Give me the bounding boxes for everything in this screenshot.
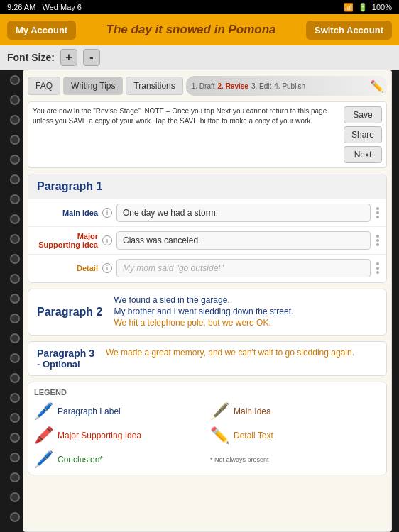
legend-item-major-supporting: 🖍️ Major Supporting Idea xyxy=(34,426,204,445)
next-button[interactable]: Next xyxy=(344,146,382,163)
step-3-edit: 3. Edit xyxy=(251,82,271,90)
pencil-progress-icon: ✏️ xyxy=(370,79,384,93)
legend-detail-text: Detail Text xyxy=(234,431,273,440)
detail-label: Detail xyxy=(34,264,98,272)
notice-buttons: Save Share Next xyxy=(344,106,382,163)
spiral-ring xyxy=(10,95,20,105)
paragraph-2-header: Paragraph 2 xyxy=(37,306,102,318)
detail-row: Detail i My mom said "go outside!" xyxy=(28,255,386,282)
my-account-button[interactable]: My Account xyxy=(7,21,76,40)
legend-orange-pencil-icon: ✏️ xyxy=(210,426,229,445)
step-1-draft: 1. Draft xyxy=(192,82,215,90)
paragraph-3-header: Paragraph 3 xyxy=(37,348,94,359)
spiral-ring xyxy=(10,155,20,165)
spiral-ring xyxy=(10,174,20,184)
spiral-binding xyxy=(7,70,23,532)
progress-bar: 1. Draft 2. Revise 3. Edit 4. Publish ✏️ xyxy=(186,76,387,96)
legend-item-paragraph-label: 🖊️ Paragraph Label xyxy=(34,402,204,421)
notice-text: You are now in the "Revise Stage". NOTE … xyxy=(33,106,338,126)
main-idea-info-icon[interactable]: i xyxy=(102,208,112,218)
paragraph-2-line-3: We hit a telephone pole, but we were OK. xyxy=(114,318,293,328)
switch-account-button[interactable]: Switch Account xyxy=(306,21,392,40)
legend-green-pencil-icon: 🖊️ xyxy=(34,450,53,469)
paragraph-3-line-1: We made a great memory, and we can't wai… xyxy=(106,348,354,358)
spiral-ring xyxy=(10,512,20,522)
legend-note-item: * Not always present xyxy=(210,450,381,469)
spiral-ring xyxy=(10,314,20,323)
paragraph-1-section: Paragraph 1 Main Idea i One day we had a… xyxy=(28,174,387,283)
paragraph-3-subheader: - Optional xyxy=(37,359,94,370)
legend-main-idea-text: Main Idea xyxy=(234,406,271,416)
legend-blue-pencil-icon: 🖊️ xyxy=(34,402,53,421)
paragraph-3-section: Paragraph 3 - Optional We made a great m… xyxy=(28,341,387,376)
spiral-ring xyxy=(10,254,20,264)
nav-bar: My Account The day it snowed in Pomona S… xyxy=(0,14,399,45)
paragraph-2-section: Paragraph 2 We found a sled in the garag… xyxy=(28,289,387,336)
tab-transitions[interactable]: Transitions xyxy=(126,77,182,95)
spiral-ring xyxy=(10,472,20,482)
spiral-ring xyxy=(10,453,20,462)
legend-section: LEGEND 🖊️ Paragraph Label 🖊️ Main Idea 🖍… xyxy=(28,382,387,475)
spiral-ring xyxy=(10,194,20,204)
legend-item-conclusion: 🖊️ Conclusion* xyxy=(34,450,204,469)
legend-item-detail-text: ✏️ Detail Text xyxy=(210,426,381,445)
paragraph-3-content: We made a great memory, and we can't wai… xyxy=(106,348,354,359)
legend-conclusion-text: Conclusion* xyxy=(58,455,103,465)
major-supporting-info-icon[interactable]: i xyxy=(102,235,112,245)
paragraph-2-line-1: We found a sled in the garage. xyxy=(114,295,293,305)
notice-box: You are now in the "Revise Stage". NOTE … xyxy=(28,101,387,168)
legend-red-pencil-icon: 🖍️ xyxy=(34,426,53,445)
status-bar: 9:26 AM Wed May 6 📶 🔋 100% xyxy=(0,0,399,14)
spiral-ring xyxy=(10,373,20,383)
font-size-label: Font Size: xyxy=(7,52,55,63)
main-idea-scroll xyxy=(375,207,381,218)
major-supporting-label: Major Supporting Idea xyxy=(34,232,98,249)
major-supporting-scroll xyxy=(375,235,381,246)
major-supporting-input[interactable]: Class was canceled. xyxy=(116,231,371,250)
spiral-ring xyxy=(10,115,20,125)
battery-level: 100% xyxy=(372,3,392,11)
spiral-ring xyxy=(10,135,20,145)
spiral-ring xyxy=(10,433,20,443)
legend-note-text: * Not always present xyxy=(210,456,269,463)
content-area[interactable]: FAQ Writing Tips Transitions 1. Draft 2.… xyxy=(23,70,392,532)
save-button[interactable]: Save xyxy=(344,106,382,123)
spiral-ring xyxy=(10,234,20,244)
spiral-ring xyxy=(10,353,20,363)
legend-item-main-idea: 🖊️ Main Idea xyxy=(210,402,381,421)
page-title: The day it snowed in Pomona xyxy=(106,23,276,37)
paragraph-2-line-2: My brother and I went sledding down the … xyxy=(114,306,293,316)
tabs-row: FAQ Writing Tips Transitions 1. Draft 2.… xyxy=(28,76,387,96)
major-supporting-row: Major Supporting Idea i Class was cancel… xyxy=(28,227,386,255)
spiral-ring xyxy=(10,214,20,224)
spiral-ring xyxy=(10,492,20,502)
step-4-publish: 4. Publish xyxy=(274,82,305,90)
spiral-ring xyxy=(10,274,20,284)
main-idea-label: Main Idea xyxy=(34,209,98,217)
spiral-ring xyxy=(10,393,20,403)
legend-title: LEGEND xyxy=(34,388,381,397)
main-idea-row: Main Idea i One day we had a storm. xyxy=(28,199,386,227)
paragraph-1-header: Paragraph 1 xyxy=(28,174,386,199)
main-wrapper: FAQ Writing Tips Transitions 1. Draft 2.… xyxy=(0,70,399,532)
step-2-revise: 2. Revise xyxy=(218,82,248,90)
legend-grid: 🖊️ Paragraph Label 🖊️ Main Idea 🖍️ Major… xyxy=(34,402,381,469)
tab-writing-tips[interactable]: Writing Tips xyxy=(63,77,123,95)
legend-paragraph-label-text: Paragraph Label xyxy=(58,406,121,416)
share-button[interactable]: Share xyxy=(344,126,382,143)
font-size-bar: Font Size: + - xyxy=(0,45,399,70)
tab-faq[interactable]: FAQ xyxy=(28,77,60,95)
spiral-ring xyxy=(10,333,20,343)
spiral-ring xyxy=(10,294,20,304)
battery-icon: 🔋 xyxy=(358,3,368,12)
font-decrease-button[interactable]: - xyxy=(83,49,100,66)
wifi-icon: 📶 xyxy=(344,3,354,12)
main-idea-input[interactable]: One day we had a storm. xyxy=(116,204,371,222)
spiral-ring xyxy=(10,75,20,85)
font-increase-button[interactable]: + xyxy=(60,49,77,66)
legend-brown-pencil-icon: 🖊️ xyxy=(210,402,229,421)
detail-info-icon[interactable]: i xyxy=(102,263,112,273)
status-time: 9:26 AM Wed May 6 xyxy=(7,3,82,11)
legend-major-supporting-text: Major Supporting Idea xyxy=(58,431,141,440)
detail-input[interactable]: My mom said "go outside!" xyxy=(116,259,371,277)
